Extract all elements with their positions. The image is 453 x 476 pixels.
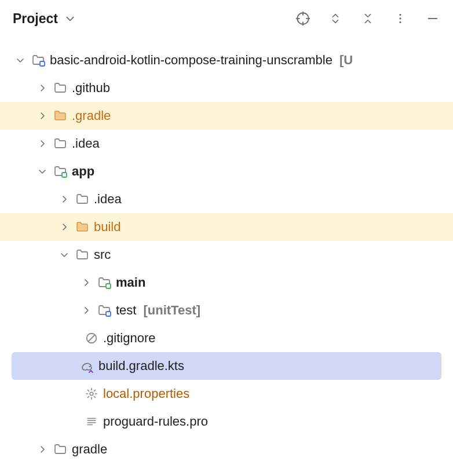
excluded-folder-icon [53, 109, 67, 123]
tree-node-main[interactable]: main [0, 269, 453, 296]
tree-node-label: .idea [94, 192, 122, 207]
folder-icon [75, 248, 89, 262]
chevron-down-icon [63, 11, 78, 26]
tree-node-label: proguard-rules.pro [103, 414, 208, 429]
tree-node-label: .github [72, 80, 110, 96]
tree-node-label: .gradle [72, 108, 111, 123]
chevron-right-icon[interactable] [58, 222, 71, 232]
module-folder-icon [31, 53, 45, 67]
tree-node-label: build [94, 219, 120, 235]
tree-node-suffix: [U [339, 53, 353, 68]
tree-node-label: app [72, 164, 94, 179]
chevron-right-icon[interactable] [36, 139, 49, 148]
tree-node-label: .idea [72, 136, 100, 151]
tree-node-app-idea[interactable]: .idea [0, 185, 453, 213]
tree-node-gradle-hidden[interactable]: .gradle [0, 102, 453, 130]
folder-icon [53, 137, 67, 151]
tool-window-title: Project [13, 11, 58, 27]
tree-node-label: src [94, 247, 111, 262]
tree-node-label: test [116, 303, 136, 318]
collapse-all-icon[interactable] [360, 11, 375, 26]
chevron-down-icon[interactable] [36, 167, 49, 176]
tree-node-root[interactable]: basic-android-kotlin-compose-training-un… [0, 46, 453, 74]
tree-node-label: main [116, 275, 145, 290]
hide-icon[interactable] [425, 11, 440, 26]
chevron-down-icon[interactable] [14, 56, 27, 65]
tree-node-app[interactable]: app [0, 158, 453, 185]
source-folder-icon [97, 276, 111, 290]
folder-icon [53, 442, 67, 456]
tree-node-idea[interactable]: .idea [0, 130, 453, 158]
tool-window-header: Project [0, 0, 453, 37]
tree-node-label: gradle [72, 442, 107, 457]
tree-node-app-build[interactable]: build [0, 213, 453, 241]
chevron-right-icon[interactable] [58, 195, 71, 204]
tree-node-gitignore[interactable]: .gitignore [0, 324, 453, 352]
project-tree: basic-android-kotlin-compose-training-un… [0, 37, 453, 463]
tree-node-gradle-dir[interactable]: gradle [0, 435, 453, 463]
select-opened-file-icon[interactable] [295, 11, 310, 26]
tree-node-src[interactable]: src [0, 241, 453, 269]
view-selector[interactable]: Project [13, 11, 78, 27]
test-folder-icon [97, 303, 111, 317]
tree-node-local-properties[interactable]: local.properties [0, 380, 453, 408]
more-options-icon[interactable] [393, 11, 408, 26]
chevron-right-icon[interactable] [80, 306, 93, 315]
tree-node-proguard[interactable]: proguard-rules.pro [0, 408, 453, 435]
folder-icon [53, 81, 67, 95]
tree-node-build-gradle-kts[interactable]: build.gradle.kts [12, 352, 441, 380]
chevron-right-icon[interactable] [36, 111, 49, 120]
chevron-down-icon[interactable] [58, 250, 71, 259]
tree-node-label: basic-android-kotlin-compose-training-un… [50, 53, 333, 68]
module-folder-icon [53, 164, 67, 178]
chevron-right-icon[interactable] [36, 445, 49, 454]
gradle-kts-icon [80, 359, 94, 373]
tree-node-test[interactable]: test [unitTest] [0, 296, 453, 324]
tree-node-label: local.properties [103, 386, 189, 401]
gear-icon [85, 387, 98, 401]
chevron-right-icon[interactable] [80, 278, 93, 287]
ignored-file-icon [85, 331, 98, 345]
excluded-folder-icon [75, 220, 89, 234]
text-file-icon [85, 415, 98, 429]
tree-node-label: .gitignore [103, 331, 156, 346]
folder-icon [75, 192, 89, 206]
chevron-right-icon[interactable] [36, 83, 49, 93]
tree-node-github[interactable]: .github [0, 74, 453, 102]
expand-all-icon[interactable] [328, 11, 343, 26]
tree-node-label: build.gradle.kts [98, 358, 184, 374]
tree-node-suffix: [unitTest] [143, 303, 200, 318]
